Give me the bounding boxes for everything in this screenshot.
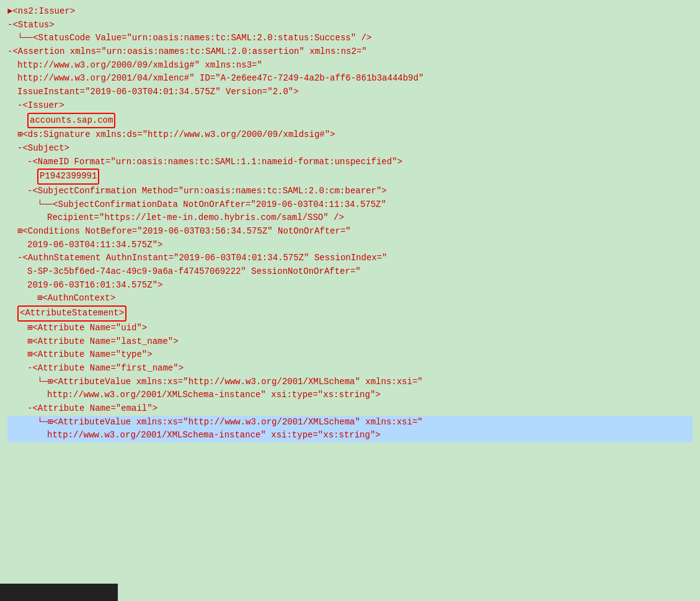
xml-line: └─⊞<AttributeValue xmlns:xs="http://www.…: [7, 375, 693, 389]
xml-line: ⊞<ds:Signature xmlns:ds="http://www.w3.o…: [7, 128, 693, 142]
xml-line-nameid-value: P1942399991: [7, 169, 693, 185]
xml-line: ⊞<Attribute Name="type">: [7, 348, 693, 362]
xml-line-highlighted-2: http://www.w3.org/2001/XMLSchema-instanc…: [7, 429, 693, 442]
bottom-bar: [0, 584, 118, 601]
xml-line: -<Issuer>: [7, 99, 693, 113]
xml-line: ⊞<Attribute Name="uid">: [7, 322, 693, 335]
xml-line: -<SubjectConfirmation Method="urn:oasis:…: [7, 185, 693, 198]
xml-line: ⊞<AuthnContext>: [7, 292, 693, 305]
xml-line: ►<ns2:Issuer>: [7, 5, 693, 19]
xml-line: -<AuthnStatement AuthnInstant="2019-06-0…: [7, 252, 693, 265]
xml-line: -<Attribute Name="first_name">: [7, 362, 693, 375]
xml-line-issuer-value: accounts.sap.com: [7, 113, 693, 129]
xml-line: 2019-06-03T16:01:34.575Z">: [7, 279, 693, 292]
xml-line: http://www.w3.org/2001/XMLSchema-instanc…: [7, 388, 693, 402]
xml-line: IssueInstant="2019-06-03T04:01:34.575Z" …: [7, 86, 693, 99]
xml-line: -<Attribute Name="email">: [7, 402, 693, 416]
accounts-sap-com-box: accounts.sap.com: [27, 113, 115, 129]
xml-line: ⊞<Attribute Name="last_name">: [7, 335, 693, 349]
xml-line: Recipient="https://let-me-in.demo.hybris…: [7, 211, 693, 225]
xml-line: └──<SubjectConfirmationData NotOnOrAfter…: [7, 198, 693, 212]
xml-viewer: ►<ns2:Issuer> -<Status> └──<StatusCode V…: [0, 0, 700, 601]
xml-line: 2019-06-03T04:11:34.575Z">: [7, 239, 693, 252]
xml-line: S-SP-3c5bf6ed-74ac-49c9-9a6a-f4745706922…: [7, 265, 693, 279]
xml-line: -<Assertion xmlns="urn:oasis:names:tc:SA…: [7, 45, 693, 59]
xml-line: └──<StatusCode Value="urn:oasis:names:tc…: [7, 32, 693, 45]
xml-line: -<Status>: [7, 19, 693, 32]
attributestatement-box: <AttributeStatement>: [17, 305, 126, 322]
p1942399991-box: P1942399991: [37, 169, 99, 185]
xml-line-highlighted-1: └─⊞<AttributeValue xmlns:xs="http://www.…: [7, 416, 693, 429]
xml-line: http://www.w3.org/2001/04/xmlenc#" ID="A…: [7, 72, 693, 86]
xml-line-attributestatement: <AttributeStatement>: [7, 305, 693, 322]
xml-line: -<NameID Format="urn:oasis:names:tc:SAML…: [7, 156, 693, 169]
xml-line: -<Subject>: [7, 142, 693, 156]
xml-line: ⊞<Conditions NotBefore="2019-06-03T03:56…: [7, 225, 693, 239]
xml-line: http://www.w3.org/2000/09/xmldsig#" xmln…: [7, 59, 693, 72]
